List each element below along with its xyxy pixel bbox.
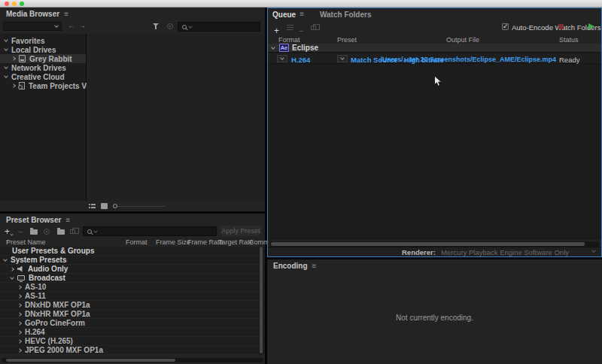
chevron-down-icon bbox=[340, 56, 345, 60]
close-window-button[interactable] bbox=[5, 2, 9, 6]
add-output-button[interactable] bbox=[287, 24, 293, 30]
chevron-right-icon[interactable] bbox=[17, 321, 22, 326]
auto-encode-checkbox[interactable] bbox=[502, 23, 509, 30]
preset-row-as11[interactable]: AS-11 bbox=[0, 292, 265, 301]
minimize-window-button[interactable] bbox=[12, 2, 17, 6]
chevron-down-icon[interactable] bbox=[3, 257, 8, 262]
sort-ascending-icon: ↑ bbox=[6, 238, 9, 245]
preset-search-input[interactable] bbox=[83, 226, 217, 236]
media-browser-tree: Favorites Local Drives Grey Rabbit Netwo… bbox=[0, 34, 87, 201]
scrollbar-thumb[interactable] bbox=[271, 242, 585, 246]
preset-row-audio-only[interactable]: Audio Only bbox=[0, 265, 265, 274]
queue-output-row[interactable]: H.264 Match Source - High bitrate /Users… bbox=[268, 53, 601, 64]
chevron-right-icon[interactable] bbox=[17, 339, 22, 344]
export-preset-button[interactable] bbox=[70, 226, 75, 237]
window-titlebar[interactable] bbox=[0, 0, 602, 8]
tab-queue[interactable]: Queue bbox=[272, 11, 296, 19]
media-source-dropdown[interactable] bbox=[3, 22, 62, 31]
column-status: Status bbox=[559, 36, 579, 44]
chevron-right-icon[interactable] bbox=[17, 348, 22, 353]
thumbnail-size-slider[interactable] bbox=[113, 203, 166, 209]
preset-row-hevc[interactable]: HEVC (H.265) bbox=[0, 337, 265, 346]
start-queue-button[interactable] bbox=[588, 23, 594, 29]
create-preset-button[interactable]: + bbox=[5, 226, 13, 237]
panel-menu-icon[interactable]: ≡ bbox=[65, 217, 70, 224]
preset-row-as10[interactable]: AS-10 bbox=[0, 283, 265, 292]
renderer-dropdown[interactable]: Mercury Playback Engine Software Only bbox=[441, 248, 569, 256]
apply-preset-button[interactable]: Apply Preset bbox=[220, 226, 261, 236]
queue-horizontal-scrollbar[interactable] bbox=[269, 241, 600, 247]
column-format[interactable]: Format bbox=[126, 238, 147, 246]
create-group-button[interactable] bbox=[30, 226, 38, 237]
preset-row-user-presets[interactable]: User Presets & Groups bbox=[0, 247, 265, 256]
panel-menu-icon[interactable]: ≡ bbox=[299, 11, 304, 18]
column-target-rate[interactable]: Target Rate bbox=[218, 238, 254, 246]
chevron-right-icon[interactable] bbox=[11, 56, 16, 61]
format-dropdown[interactable] bbox=[277, 55, 287, 62]
folder-plus-icon bbox=[30, 229, 38, 235]
chevron-right-icon[interactable] bbox=[10, 267, 14, 271]
thumbnail-view-icon[interactable] bbox=[101, 203, 108, 209]
chevron-right-icon[interactable] bbox=[17, 285, 22, 290]
preset-dropdown[interactable] bbox=[337, 55, 348, 62]
add-source-button[interactable]: + bbox=[274, 23, 279, 37]
filter-icon[interactable] bbox=[153, 23, 160, 30]
media-search-input[interactable] bbox=[178, 22, 260, 32]
tree-item-creative-cloud[interactable]: Creative Cloud bbox=[0, 72, 86, 81]
preset-horizontal-scrollbar[interactable] bbox=[2, 358, 263, 362]
tree-item-favorites[interactable]: Favorites bbox=[0, 36, 86, 45]
chevron-right-icon[interactable] bbox=[17, 330, 22, 335]
preset-column-headers: Preset Name ↑ Format Frame Size Frame Ra… bbox=[0, 238, 265, 247]
preset-row-dnxhd[interactable]: DNxHD MXF OP1a bbox=[0, 301, 265, 310]
tree-item-network-drives[interactable]: Network Drives bbox=[0, 63, 86, 72]
folder-import-icon bbox=[57, 229, 65, 235]
chevron-down-icon[interactable] bbox=[10, 275, 14, 280]
plus-icon: + bbox=[5, 228, 10, 235]
panel-menu-icon[interactable]: ≡ bbox=[64, 11, 68, 18]
slider-knob[interactable] bbox=[113, 204, 117, 208]
stop-queue-button[interactable] bbox=[558, 24, 564, 29]
chevron-right-icon[interactable] bbox=[17, 303, 22, 308]
preset-row-gopro-cineform[interactable]: GoPro CineForm bbox=[0, 319, 265, 328]
chevron-right-icon[interactable] bbox=[11, 83, 16, 88]
queue-source-row[interactable]: Ae Eclipse bbox=[268, 44, 601, 53]
preset-row-dnxhr[interactable]: DNxHR MXF OP1a bbox=[0, 310, 265, 319]
delete-preset-button[interactable]: − bbox=[18, 226, 23, 237]
tab-watch-folders[interactable]: Watch Folders bbox=[320, 11, 372, 19]
chevron-down-icon[interactable] bbox=[271, 45, 275, 50]
format-link[interactable]: H.264 bbox=[291, 56, 310, 64]
preset-row-system-presets[interactable]: System Presets bbox=[0, 256, 265, 265]
column-comment[interactable]: Comm bbox=[249, 238, 269, 246]
duplicate-button[interactable] bbox=[311, 26, 316, 30]
preview-toggle-icon[interactable] bbox=[167, 23, 173, 29]
tree-item-grey-rabbit[interactable]: Grey Rabbit bbox=[0, 54, 86, 63]
preset-settings-button[interactable] bbox=[44, 226, 50, 237]
preset-row-jpeg2000[interactable]: JPEG 2000 MXF OP1a bbox=[0, 346, 265, 355]
tree-item-team-projects[interactable]: Team Projects Versions bbox=[0, 81, 86, 90]
navigate-forward-button[interactable]: → bbox=[78, 22, 86, 29]
chevron-down-icon[interactable] bbox=[4, 74, 8, 78]
navigate-back-button[interactable]: ← bbox=[68, 22, 75, 29]
zoom-window-button[interactable] bbox=[20, 2, 24, 6]
preset-list: User Presets & Groups System Presets Aud… bbox=[0, 247, 265, 355]
panel-menu-icon[interactable]: ≡ bbox=[312, 262, 317, 270]
preset-row-h264[interactable]: H.264 bbox=[0, 328, 265, 337]
chevron-down-icon[interactable] bbox=[4, 65, 8, 69]
preset-vertical-scrollbar[interactable] bbox=[259, 247, 263, 355]
column-frame-size[interactable]: Frame Size bbox=[156, 238, 190, 246]
scrollbar-thumb[interactable] bbox=[6, 359, 175, 362]
scrollbar-thumb[interactable] bbox=[260, 247, 263, 353]
import-preset-button[interactable] bbox=[57, 226, 65, 237]
after-effects-badge: Ae bbox=[279, 44, 289, 52]
chevron-right-icon[interactable] bbox=[17, 294, 22, 299]
chevron-down-icon[interactable] bbox=[4, 47, 8, 51]
output-file-link[interactable]: /Users/…ter 20 Screenshots/Eclipse_AME/E… bbox=[380, 56, 556, 63]
chevron-right-icon[interactable] bbox=[17, 312, 22, 317]
preset-row-broadcast[interactable]: Broadcast bbox=[0, 274, 265, 283]
chevron-down-icon bbox=[54, 23, 59, 28]
list-view-icon[interactable] bbox=[89, 203, 96, 209]
remove-item-button[interactable]: − bbox=[299, 23, 303, 37]
chevron-down-icon[interactable] bbox=[4, 38, 8, 42]
tree-item-local-drives[interactable]: Local Drives bbox=[0, 45, 86, 54]
renderer-label: Renderer: bbox=[402, 248, 436, 256]
